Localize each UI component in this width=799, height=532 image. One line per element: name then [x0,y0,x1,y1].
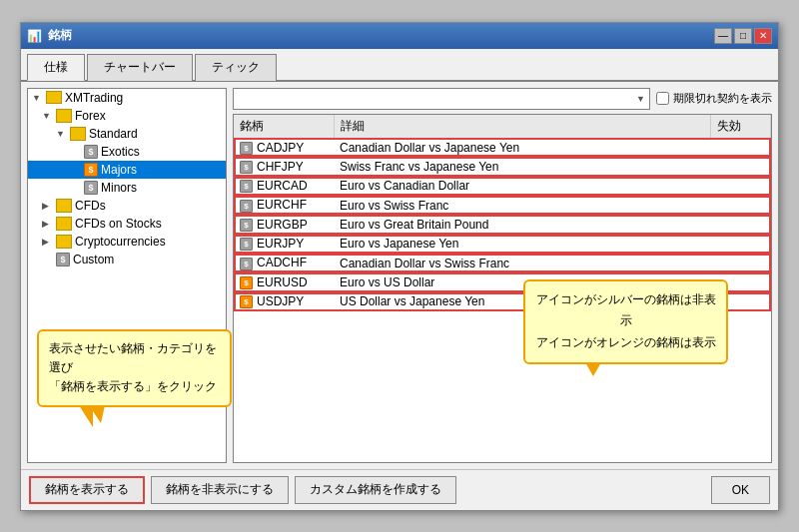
cell-detail: Euro vs Canadian Dollar [334,177,711,196]
maximize-button[interactable]: □ [734,28,752,44]
tree-label-standard: Standard [89,127,138,141]
cell-expired [711,177,771,196]
cell-symbol: $EURGBP [234,215,334,234]
callout-left-line1: 表示させたい銘柄・カテゴリを選び [49,339,220,377]
table-row-icon: $ [240,180,253,193]
folder-icon-forex [56,109,72,123]
tree-label-xmtrading: XMTrading [65,91,123,105]
tree-label-crypto: Cryptocurrencies [75,235,166,249]
arrow-forex: ▼ [42,111,56,121]
hide-symbol-button[interactable]: 銘柄を非表示にする [151,476,289,504]
tab-tick[interactable]: ティック [195,54,277,81]
table-row[interactable]: $EURCADEuro vs Canadian Dollar [234,177,771,196]
tree-label-minors: Minors [101,181,137,195]
title-icon: 📊 [27,29,42,43]
cell-expired [711,215,771,234]
tree-label-majors: Majors [101,163,137,177]
cell-detail: Euro vs Swiss Franc [334,196,711,215]
arrow-xmtrading: ▼ [32,93,46,103]
tree-item-cfds[interactable]: ▶ CFDs [28,197,226,215]
title-controls: — □ ✕ [714,28,772,44]
tree-label-cfds: CFDs [75,199,106,213]
folder-icon-xmtrading [46,91,62,104]
tab-chartbar[interactable]: チャートバー [87,54,193,81]
expired-label: 期限切れ契約を表示 [673,91,772,106]
arrow-standard: ▼ [56,129,70,139]
table-row[interactable]: $EURGBPEuro vs Great Britain Pound [234,215,771,234]
cell-expired [711,196,771,215]
cell-symbol: $USDJPY [234,292,334,311]
table-row-icon: $ [240,200,253,213]
tree-item-forex[interactable]: ▼ Forex [28,107,226,125]
table-row-icon: $ [240,258,253,270]
table-row-icon: $ [240,161,253,174]
tree-item-custom[interactable]: $ Custom [28,251,226,268]
callout-right: アイコンがシルバーの銘柄は非表示 アイコンがオレンジの銘柄は表示 [523,279,728,364]
cell-symbol: $EURCAD [234,177,334,196]
table-row[interactable]: $EURCHFEuro vs Swiss Franc [234,196,771,215]
cell-expired [711,138,771,157]
table-row-icon: $ [240,219,253,232]
tree-item-majors[interactable]: $ Majors [28,161,226,179]
tab-specification[interactable]: 仕様 [27,54,85,81]
table-header-row: 銘柄 詳細 失効 [234,115,771,139]
search-input[interactable] [238,92,636,106]
table-row[interactable]: $EURJPYEuro vs Japanese Yen [234,235,771,254]
search-row: ▼ 期限切れ契約を表示 [233,88,772,110]
callout-left-line2: 「銘柄を表示する」をクリック [49,377,220,396]
search-dropdown-arrow[interactable]: ▼ [636,94,645,104]
callout-right-line2: アイコンがオレンジの銘柄は表示 [535,332,716,354]
table-row[interactable]: $CADCHFCanadian Dollar vs Swiss Franc [234,254,771,272]
create-custom-button[interactable]: カスタム銘柄を作成する [295,476,456,504]
tree-item-cfds-stocks[interactable]: ▶ CFDs on Stocks [28,215,226,233]
folder-icon-standard [70,127,86,141]
search-box: ▼ [233,88,650,110]
cell-detail: Canadian Dollar vs Japanese Yen [334,138,711,157]
folder-icon-crypto [56,235,72,249]
table-row[interactable]: $CADJPYCanadian Dollar vs Japanese Yen [234,138,771,157]
cell-symbol: $CHFJPY [234,157,334,176]
arrow-cfds: ▶ [42,201,56,211]
ok-button[interactable]: OK [711,476,770,504]
folder-icon-cfds-stocks [56,217,72,231]
show-symbol-button[interactable]: 銘柄を表示する [29,476,145,504]
cell-detail: Swiss Franc vs Japanese Yen [334,157,711,176]
callout-right-line1: アイコンがシルバーの銘柄は非表示 [535,289,716,332]
arrow-cfds-stocks: ▶ [42,219,56,229]
cell-expired [711,157,771,176]
bottom-bar: 銘柄を表示する 銘柄を非表示にする カスタム銘柄を作成する OK [21,469,778,510]
cell-symbol: $EURJPY [234,235,334,254]
expired-checkbox[interactable] [656,92,669,105]
table-row[interactable]: $CHFJPYSwiss Franc vs Japanese Yen [234,157,771,176]
tree-item-cryptocurrencies[interactable]: ▶ Cryptocurrencies [28,233,226,251]
cell-symbol: $CADJPY [234,138,334,157]
folder-icon-cfds [56,199,72,213]
tab-bar: 仕様 チャートバー ティック [21,49,778,82]
table-row-icon: $ [240,295,253,308]
tree-root-xmtrading[interactable]: ▼ XMTrading [28,89,226,107]
checkbox-row: 期限切れ契約を表示 [656,91,772,106]
cell-detail: Euro vs Great Britain Pound [334,215,711,234]
cell-symbol: $CADCHF [234,254,334,272]
arrow-crypto: ▶ [42,237,56,247]
title-bar-text: 📊 銘柄 [27,27,72,44]
cell-expired [711,254,771,272]
title-bar: 📊 銘柄 — □ ✕ [21,23,778,49]
tree-label-forex: Forex [75,109,106,123]
close-button[interactable]: ✕ [754,28,772,44]
table-row-icon: $ [240,276,253,289]
cell-expired [711,235,771,254]
tree-label-exotics: Exotics [101,145,140,159]
callout-left: 表示させたい銘柄・カテゴリを選び 「銘柄を表示する」をクリック [37,329,232,407]
tree-item-exotics[interactable]: $ Exotics [28,143,226,161]
tree-label-cfds-stocks: CFDs on Stocks [75,217,162,231]
dollar-icon-custom: $ [56,253,70,266]
main-content: ▼ XMTrading ▼ Forex ▼ Standard $ Exotics [21,82,778,469]
col-detail: 詳細 [334,115,711,139]
minimize-button[interactable]: — [714,28,732,44]
col-symbol: 銘柄 [234,115,334,139]
tree-label-custom: Custom [73,253,114,266]
tree-item-standard[interactable]: ▼ Standard [28,125,226,143]
tree-item-minors[interactable]: $ Minors [28,179,226,197]
dollar-icon-exotics: $ [84,145,98,159]
